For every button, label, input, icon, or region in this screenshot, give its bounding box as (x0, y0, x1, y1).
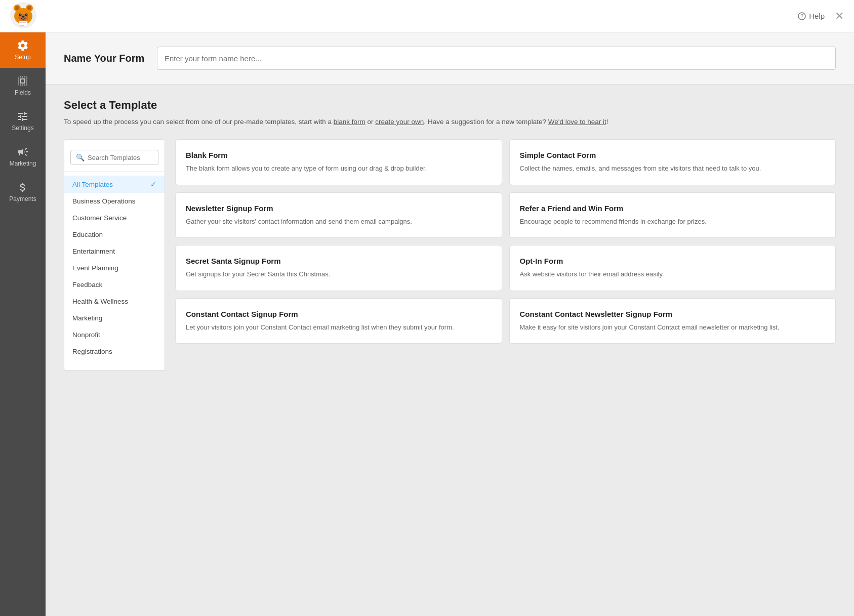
template-section: Select a Template To speed up the proces… (46, 85, 854, 385)
search-box-wrapper: 🔍 (64, 146, 165, 172)
sidebar-item-fields[interactable]: Fields (0, 68, 46, 103)
category-item-registrations[interactable]: Registrations (64, 343, 165, 360)
template-description: To speed up the process you can select f… (64, 117, 836, 127)
template-description: The blank form allows you to create any … (186, 163, 492, 174)
template-title: Constant Contact Newsletter Signup Form (520, 310, 826, 318)
help-icon: ? (798, 12, 806, 20)
category-item-education[interactable]: Education (64, 226, 165, 243)
template-card-simple-contact[interactable]: Simple Contact FormCollect the names, em… (509, 139, 836, 185)
sidebar-item-marketing[interactable]: Marketing (0, 139, 46, 174)
template-title: Opt-In Form (520, 257, 826, 265)
template-card-refer-friend[interactable]: Refer a Friend and Win FormEncourage peo… (509, 192, 836, 238)
template-title: Simple Contact Form (520, 151, 826, 159)
template-description: Encourage people to recommend friends in… (520, 217, 826, 227)
template-title: Blank Form (186, 151, 492, 159)
top-bar: ? Help ✕ (0, 0, 854, 32)
blank-form-link[interactable]: blank form (334, 118, 365, 126)
template-card-constant-contact-newsletter[interactable]: Constant Contact Newsletter Signup FormM… (509, 298, 836, 344)
template-body: 🔍 All Templates✓Business OperationsCusto… (64, 139, 836, 371)
svg-point-8 (25, 13, 28, 16)
template-description: Make it easy for site visitors join your… (520, 322, 826, 333)
category-item-nonprofit[interactable]: Nonprofit (64, 326, 165, 343)
settings-icon (17, 110, 29, 122)
logo-icon (10, 2, 36, 28)
check-icon: ✓ (150, 180, 156, 188)
sidebar-label-payments: Payments (9, 195, 36, 202)
template-card-opt-in[interactable]: Opt-In FormAsk website visitors for thei… (509, 245, 836, 291)
content-area: Name Your Form Select a Template To spee… (46, 32, 854, 616)
svg-point-9 (20, 14, 21, 15)
create-own-link[interactable]: create your own (375, 118, 424, 126)
help-button[interactable]: ? Help (798, 12, 825, 20)
payments-icon (17, 181, 29, 193)
template-card-newsletter[interactable]: Newsletter Signup FormGather your site v… (175, 192, 502, 238)
search-box: 🔍 (70, 150, 158, 165)
help-label: Help (809, 12, 825, 20)
sidebar-item-setup[interactable]: Setup (0, 32, 46, 68)
form-name-section: Name Your Form (46, 32, 854, 85)
form-name-input[interactable] (157, 47, 836, 70)
suggest-link[interactable]: We'd love to hear it (548, 118, 606, 126)
template-section-title: Select a Template (64, 99, 836, 112)
template-title: Newsletter Signup Form (186, 204, 492, 213)
logo (10, 2, 36, 30)
template-title: Constant Contact Signup Form (186, 310, 492, 318)
template-description: Let your visitors join your Constant Con… (186, 322, 492, 333)
sidebar-label-fields: Fields (15, 89, 31, 96)
sidebar: Setup Fields Settings Marketing Payments (0, 32, 46, 616)
template-card-constant-contact[interactable]: Constant Contact Signup FormLet your vis… (175, 298, 502, 344)
category-list: All Templates✓Business OperationsCustome… (64, 172, 165, 364)
template-description: Ask website visitors for their email add… (520, 269, 826, 279)
category-sidebar: 🔍 All Templates✓Business OperationsCusto… (64, 139, 165, 371)
sidebar-item-payments[interactable]: Payments (0, 174, 46, 210)
category-item-event[interactable]: Event Planning (64, 260, 165, 276)
sidebar-item-settings[interactable]: Settings (0, 103, 46, 139)
template-card-secret-santa[interactable]: Secret Santa Signup FormGet signups for … (175, 245, 502, 291)
fields-icon (17, 75, 29, 87)
sidebar-label-marketing: Marketing (10, 160, 36, 167)
gear-icon (17, 39, 29, 52)
close-button[interactable]: ✕ (835, 10, 844, 23)
sidebar-label-setup: Setup (15, 54, 30, 61)
category-item-all[interactable]: All Templates✓ (64, 176, 165, 193)
svg-point-7 (19, 13, 22, 16)
category-item-business[interactable]: Business Operations (64, 193, 165, 210)
marketing-icon (17, 146, 29, 158)
category-item-health[interactable]: Health & Wellness (64, 293, 165, 310)
search-icon: 🔍 (76, 153, 85, 161)
category-item-marketing[interactable]: Marketing (64, 310, 165, 326)
svg-text:?: ? (800, 14, 803, 19)
template-title: Secret Santa Signup Form (186, 257, 492, 265)
template-card-blank[interactable]: Blank FormThe blank form allows you to c… (175, 139, 502, 185)
template-description: Collect the names, emails, and messages … (520, 163, 826, 174)
top-bar-actions: ? Help ✕ (798, 10, 844, 23)
category-item-feedback[interactable]: Feedback (64, 276, 165, 293)
form-name-label: Name Your Form (64, 53, 145, 64)
svg-point-11 (22, 16, 25, 18)
main-layout: Setup Fields Settings Marketing Payments (0, 32, 854, 616)
template-description: Get signups for your Secret Santa this C… (186, 269, 492, 279)
category-item-customer[interactable]: Customer Service (64, 210, 165, 226)
svg-point-10 (26, 14, 27, 15)
template-grid: Blank FormThe blank form allows you to c… (175, 139, 836, 344)
search-input[interactable] (88, 154, 153, 161)
category-item-entertainment[interactable]: Entertainment (64, 243, 165, 260)
template-description: Gather your site visitors' contact infor… (186, 217, 492, 227)
sidebar-label-settings: Settings (12, 125, 33, 132)
template-title: Refer a Friend and Win Form (520, 204, 826, 213)
